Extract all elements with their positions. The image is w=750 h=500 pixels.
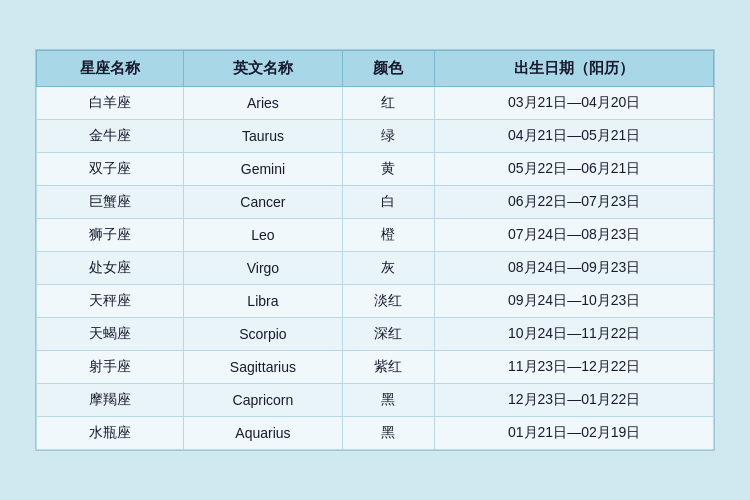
table-row: 射手座Sagittarius紫红11月23日—12月22日 bbox=[37, 351, 714, 384]
cell-chinese-name: 巨蟹座 bbox=[37, 186, 184, 219]
cell-english-name: Cancer bbox=[184, 186, 342, 219]
cell-chinese-name: 射手座 bbox=[37, 351, 184, 384]
cell-english-name: Leo bbox=[184, 219, 342, 252]
cell-english-name: Capricorn bbox=[184, 384, 342, 417]
cell-chinese-name: 天蝎座 bbox=[37, 318, 184, 351]
cell-birth-dates: 01月21日—02月19日 bbox=[435, 417, 714, 450]
cell-birth-dates: 09月24日—10月23日 bbox=[435, 285, 714, 318]
cell-birth-dates: 07月24日—08月23日 bbox=[435, 219, 714, 252]
cell-color: 白 bbox=[342, 186, 435, 219]
table-row: 天蝎座Scorpio深红10月24日—11月22日 bbox=[37, 318, 714, 351]
cell-english-name: Aries bbox=[184, 87, 342, 120]
table-body: 白羊座Aries红03月21日—04月20日金牛座Taurus绿04月21日—0… bbox=[37, 87, 714, 450]
cell-english-name: Sagittarius bbox=[184, 351, 342, 384]
cell-birth-dates: 10月24日—11月22日 bbox=[435, 318, 714, 351]
table-row: 水瓶座Aquarius黑01月21日—02月19日 bbox=[37, 417, 714, 450]
cell-color: 灰 bbox=[342, 252, 435, 285]
cell-chinese-name: 双子座 bbox=[37, 153, 184, 186]
cell-color: 淡红 bbox=[342, 285, 435, 318]
header-chinese-name: 星座名称 bbox=[37, 51, 184, 87]
cell-birth-dates: 03月21日—04月20日 bbox=[435, 87, 714, 120]
cell-color: 紫红 bbox=[342, 351, 435, 384]
table-row: 天秤座Libra淡红09月24日—10月23日 bbox=[37, 285, 714, 318]
cell-english-name: Gemini bbox=[184, 153, 342, 186]
cell-birth-dates: 06月22日—07月23日 bbox=[435, 186, 714, 219]
cell-birth-dates: 11月23日—12月22日 bbox=[435, 351, 714, 384]
cell-birth-dates: 12月23日—01月22日 bbox=[435, 384, 714, 417]
cell-color: 黄 bbox=[342, 153, 435, 186]
cell-birth-dates: 04月21日—05月21日 bbox=[435, 120, 714, 153]
table-header-row: 星座名称 英文名称 颜色 出生日期（阳历） bbox=[37, 51, 714, 87]
table-row: 金牛座Taurus绿04月21日—05月21日 bbox=[37, 120, 714, 153]
cell-english-name: Taurus bbox=[184, 120, 342, 153]
table-row: 狮子座Leo橙07月24日—08月23日 bbox=[37, 219, 714, 252]
cell-color: 黑 bbox=[342, 384, 435, 417]
cell-color: 深红 bbox=[342, 318, 435, 351]
cell-color: 绿 bbox=[342, 120, 435, 153]
cell-chinese-name: 白羊座 bbox=[37, 87, 184, 120]
cell-birth-dates: 05月22日—06月21日 bbox=[435, 153, 714, 186]
zodiac-table: 星座名称 英文名称 颜色 出生日期（阳历） 白羊座Aries红03月21日—04… bbox=[36, 50, 714, 450]
header-english-name: 英文名称 bbox=[184, 51, 342, 87]
zodiac-table-container: 星座名称 英文名称 颜色 出生日期（阳历） 白羊座Aries红03月21日—04… bbox=[35, 49, 715, 451]
cell-english-name: Aquarius bbox=[184, 417, 342, 450]
header-birth-date: 出生日期（阳历） bbox=[435, 51, 714, 87]
cell-birth-dates: 08月24日—09月23日 bbox=[435, 252, 714, 285]
cell-chinese-name: 天秤座 bbox=[37, 285, 184, 318]
cell-chinese-name: 水瓶座 bbox=[37, 417, 184, 450]
cell-chinese-name: 处女座 bbox=[37, 252, 184, 285]
cell-color: 橙 bbox=[342, 219, 435, 252]
table-row: 巨蟹座Cancer白06月22日—07月23日 bbox=[37, 186, 714, 219]
cell-english-name: Libra bbox=[184, 285, 342, 318]
table-row: 摩羯座Capricorn黑12月23日—01月22日 bbox=[37, 384, 714, 417]
cell-chinese-name: 狮子座 bbox=[37, 219, 184, 252]
header-color: 颜色 bbox=[342, 51, 435, 87]
cell-english-name: Scorpio bbox=[184, 318, 342, 351]
cell-color: 红 bbox=[342, 87, 435, 120]
cell-chinese-name: 摩羯座 bbox=[37, 384, 184, 417]
cell-color: 黑 bbox=[342, 417, 435, 450]
cell-english-name: Virgo bbox=[184, 252, 342, 285]
cell-chinese-name: 金牛座 bbox=[37, 120, 184, 153]
table-row: 白羊座Aries红03月21日—04月20日 bbox=[37, 87, 714, 120]
table-row: 处女座Virgo灰08月24日—09月23日 bbox=[37, 252, 714, 285]
table-row: 双子座Gemini黄05月22日—06月21日 bbox=[37, 153, 714, 186]
